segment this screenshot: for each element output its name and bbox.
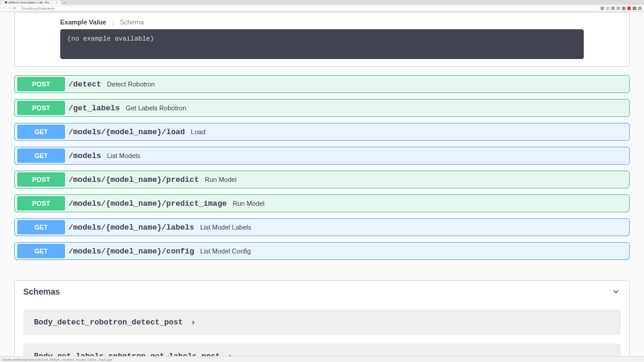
endpoint-summary: Run Model [205,176,236,183]
endpoint-path: /get_labels [69,104,120,113]
tab-example-value[interactable]: Example Value [60,18,106,26]
endpoint-path: /models/{model_name}/predict_image [69,199,227,208]
endpoint-summary: Run Model [233,200,264,207]
toolbar-right [600,7,642,10]
close-icon[interactable]: × [55,1,57,4]
method-badge: POST [17,101,65,115]
ext-icon[interactable] [606,7,609,10]
method-badge: GET [17,220,65,234]
method-badge: POST [17,196,65,211]
status-bar: localhost/fastapi/docsule/rich dAIbot_mo… [0,356,644,362]
schemas-header[interactable]: Schemas [15,281,629,302]
endpoint-row[interactable]: POST/models/{model_name}/predictRun Mode… [14,171,630,188]
chevron-down-icon [611,287,621,296]
method-badge: GET [17,148,65,163]
endpoint-row[interactable]: GET/modelsList Models [14,147,630,165]
ext-icon[interactable] [617,7,620,10]
endpoint-path: /models/{model_name}/labels [69,223,194,232]
endpoint-path: /models [69,151,101,160]
schemas-body: Body_detect_robotron_detect_postBody_get… [15,302,629,362]
endpoint-summary: Detect Robotron [107,81,155,88]
forward-icon[interactable]: → [8,6,11,10]
browser-chrome: dAIbot Innovation Lab Vis… × + ← → ⟳ ⊙ l… [0,0,644,12]
endpoint-row[interactable]: POST/models/{model_name}/predict_imageRu… [14,194,630,212]
browser-tab[interactable]: dAIbot Innovation Lab Vis… × [1,1,61,5]
tab-title: dAIbot Innovation Lab Vis… [8,1,52,4]
endpoint-row[interactable]: GET/models/{model_name}/loadLoad [14,123,630,141]
ext-icon[interactable] [627,7,631,10]
method-badge: GET [17,125,65,139]
ext-icon[interactable] [633,7,636,10]
endpoint-summary: List Model Labels [200,224,252,231]
tab-separator: | [112,18,114,26]
endpoint-path: /models/{model_name}/config [69,247,194,256]
url-text: localhost/fragments [24,7,55,10]
endpoint-row[interactable]: GET/models/{model_name}/labelsList Model… [14,218,630,236]
schema-name: Body_detect_robotron_detect_post [34,318,183,327]
response-section: Example Value | Schema (no example avail… [14,12,630,67]
chevron-right-icon [190,320,196,326]
endpoints-list: POST/detectDetect RobotronPOST/get_label… [14,75,630,260]
reload-icon[interactable]: ⟳ [13,6,16,10]
tab-bar: dAIbot Innovation Lab Vis… × + [0,0,644,5]
schema-item[interactable]: Body_detect_robotron_detect_post [23,310,621,335]
endpoint-path: /models/{model_name}/load [69,128,185,137]
schemas-title: Schemas [23,287,60,296]
endpoint-row[interactable]: POST/detectDetect Robotron [14,75,630,93]
schemas-section: Schemas Body_detect_robotron_detect_post… [14,280,630,362]
method-badge: POST [17,77,65,91]
tab-schema[interactable]: Schema [120,18,144,26]
endpoint-row[interactable]: POST/get_labelsGet Labels Robotron [14,99,630,117]
example-code-block: (no example available) [60,29,584,59]
tab-favicon-icon [5,1,7,4]
address-bar: ← → ⟳ ⊙ localhost/fragments [0,5,644,11]
menu-icon[interactable] [638,7,642,10]
status-text: localhost/fastapi/docsule/rich dAIbot_mo… [2,358,112,361]
endpoint-row[interactable]: GET/models/{model_name}/configList Model… [14,242,630,260]
page-content: Example Value | Schema (no example avail… [0,12,644,362]
endpoint-summary: List Models [107,152,141,159]
method-badge: POST [17,172,65,187]
back-icon[interactable]: ← [2,6,6,10]
ext-icon[interactable] [622,7,626,10]
method-badge: GET [17,244,65,258]
url-input[interactable]: ⊙ localhost/fragments [18,6,599,11]
endpoint-summary: Load [191,128,205,135]
endpoint-path: /detect [69,80,101,89]
ext-icon[interactable] [611,7,615,10]
new-tab-button[interactable]: + [61,1,68,4]
endpoint-path: /models/{model_name}/predict [69,175,199,184]
endpoint-summary: Get Labels Robotron [126,104,187,112]
response-tabs: Example Value | Schema [60,18,584,26]
example-text: (no example available) [67,35,154,42]
endpoint-summary: List Model Config [200,247,251,255]
ext-icon[interactable] [600,7,604,10]
